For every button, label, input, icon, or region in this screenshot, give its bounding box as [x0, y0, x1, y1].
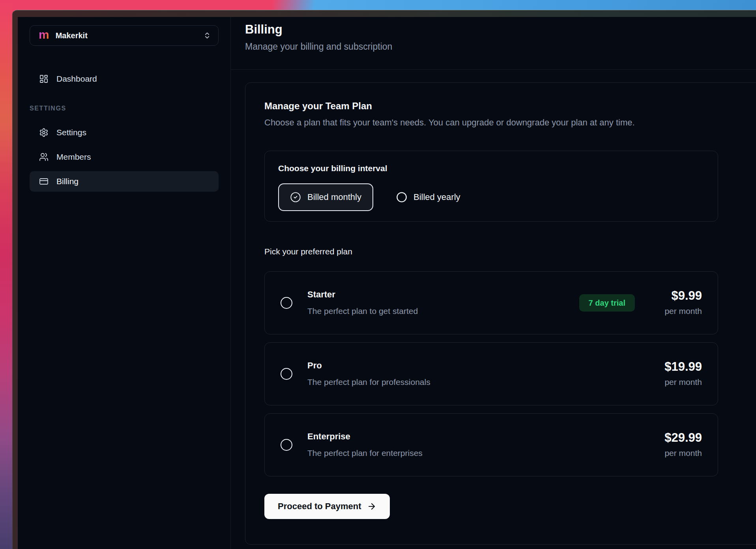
sidebar-item-billing[interactable]: Billing — [30, 171, 219, 192]
app-content: m Makerkit Dashboard SETTINGS — [18, 17, 756, 549]
price-block: $9.99 per month — [651, 289, 702, 317]
sidebar-item-label: Settings — [56, 128, 86, 137]
sidebar-item-settings[interactable]: Settings — [30, 122, 219, 143]
credit-card-icon — [39, 177, 49, 186]
plan-row-pro[interactable]: Pro The perfect plan for professionals $… — [264, 342, 718, 405]
plan-name: Starter — [307, 289, 418, 301]
plan-row-enterprise[interactable]: Enterprise The perfect plan for enterpri… — [264, 413, 718, 476]
page-header: Billing Manage your billing and subscrip… — [231, 17, 756, 70]
page-subtitle: Manage your billing and subscription — [245, 40, 756, 53]
plan-pricing: 7 day trial $9.99 per month — [579, 289, 702, 317]
sidebar-nav: Dashboard SETTINGS Settings Members — [30, 69, 219, 192]
plan-name: Enterprise — [307, 431, 423, 443]
card-title: Manage your Team Plan — [264, 100, 756, 112]
circle-icon — [396, 192, 407, 203]
sidebar-item-members[interactable]: Members — [30, 147, 219, 167]
price-block: $19.99 per month — [651, 360, 702, 388]
radio-icon[interactable] — [281, 297, 292, 309]
sidebar-item-label: Members — [56, 152, 91, 162]
sidebar-item-label: Billing — [56, 177, 79, 186]
sidebar-item-dashboard[interactable]: Dashboard — [30, 69, 219, 89]
team-selector[interactable]: m Makerkit — [30, 25, 219, 46]
plans-label: Pick your preferred plan — [264, 246, 756, 257]
plan-description: The perfect plan for enterprises — [307, 447, 423, 459]
gear-icon — [39, 128, 49, 137]
content-area: Manage your Team Plan Choose a plan that… — [231, 70, 756, 545]
plan-text: Starter The perfect plan to get started — [307, 289, 418, 317]
interval-option-monthly[interactable]: Billed monthly — [278, 183, 373, 211]
sidebar-item-label: Dashboard — [56, 74, 97, 84]
plan-period: per month — [651, 448, 702, 459]
plan-description: The perfect plan for professionals — [307, 376, 430, 388]
radio-icon[interactable] — [281, 368, 292, 380]
plan-period: per month — [651, 377, 702, 388]
billing-interval-label: Choose your billing interval — [278, 163, 704, 174]
chevrons-up-down-icon — [203, 32, 211, 39]
plan-price: $9.99 — [651, 289, 702, 303]
sidebar-section-label: SETTINGS — [30, 105, 219, 112]
plan-price: $19.99 — [651, 360, 702, 373]
plan-text: Enterprise The perfect plan for enterpri… — [307, 431, 423, 459]
app-window: m Makerkit Dashboard SETTINGS — [12, 10, 756, 549]
main-content: Billing Manage your billing and subscrip… — [231, 17, 756, 549]
sidebar: m Makerkit Dashboard SETTINGS — [18, 17, 231, 549]
interval-option-yearly[interactable]: Billed yearly — [396, 192, 460, 203]
interval-option-label: Billed monthly — [307, 192, 361, 202]
plan-pricing: $29.99 per month — [651, 431, 702, 459]
plan-text: Pro The perfect plan for professionals — [307, 360, 430, 388]
team-name: Makerkit — [56, 31, 88, 40]
makerkit-logo-icon: m — [39, 29, 49, 41]
plan-pricing: $19.99 per month — [651, 360, 702, 388]
price-block: $29.99 per month — [651, 431, 702, 459]
team-plan-card: Manage your Team Plan Choose a plan that… — [245, 82, 756, 545]
desktop-wallpaper-edge — [0, 0, 12, 549]
plan-name: Pro — [307, 360, 430, 372]
trial-badge: 7 day trial — [579, 294, 635, 312]
dashboard-icon — [39, 74, 49, 84]
plan-description: The perfect plan to get started — [307, 305, 418, 317]
interval-option-label: Billed yearly — [414, 192, 460, 202]
check-circle-icon — [290, 192, 301, 203]
billing-interval-options: Billed monthly Billed yearly — [278, 183, 704, 211]
plans-list: Starter The perfect plan to get started … — [264, 271, 756, 476]
plan-price: $29.99 — [651, 431, 702, 444]
billing-interval-box: Choose your billing interval Billed mont… — [264, 151, 718, 222]
radio-icon[interactable] — [281, 439, 292, 451]
plan-row-starter[interactable]: Starter The perfect plan to get started … — [264, 271, 718, 334]
users-icon — [39, 152, 49, 162]
page-title: Billing — [245, 22, 756, 37]
plan-period: per month — [651, 306, 702, 317]
proceed-to-payment-button[interactable]: Proceed to Payment — [264, 494, 390, 519]
arrow-right-icon — [367, 502, 376, 511]
cta-label: Proceed to Payment — [278, 501, 361, 512]
card-subtitle: Choose a plan that fits your team's need… — [264, 117, 756, 129]
